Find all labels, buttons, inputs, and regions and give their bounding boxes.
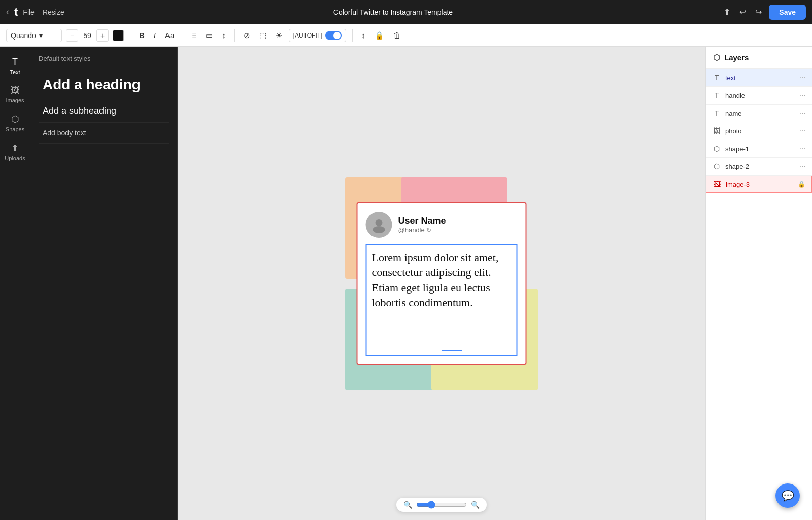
color-swatch[interactable] [113, 30, 124, 41]
layers-header: ⬡ Layers [706, 47, 812, 69]
undo-icon[interactable]: ↩ [737, 5, 748, 19]
layer-name-name: name [725, 110, 795, 117]
layer-more-handle[interactable]: ··· [799, 91, 806, 100]
layer-type-shape1-icon: ⬡ [712, 145, 721, 153]
chat-icon: 💬 [782, 490, 794, 502]
uploads-icon: ⬆ [11, 143, 19, 154]
zoom-bar: 🔍 🔍 [396, 498, 487, 512]
layer-more-shape2[interactable]: ··· [799, 162, 806, 171]
chat-bubble[interactable]: 💬 [775, 483, 800, 508]
font-size-increase[interactable]: + [96, 29, 109, 42]
back-button[interactable]: ‹ [6, 7, 9, 17]
autofit-label: [AUTOFIT] [293, 32, 323, 39]
sidebar-label-text: Text [10, 69, 20, 75]
text-cursor [442, 350, 462, 351]
font-size-control: − 59 + [66, 29, 109, 42]
text-icon: T [12, 57, 18, 67]
layer-name-photo: photo [725, 127, 795, 135]
layer-type-name-icon: T [712, 109, 721, 117]
avatar [366, 212, 392, 238]
toggle-thumb [333, 32, 341, 39]
layer-name-image3: image-3 [726, 181, 794, 188]
images-icon: 🖼 [11, 85, 20, 96]
lorem-text: Lorem ipsum dolor sit amet, consectetur … [372, 250, 512, 310]
resize-menu[interactable]: Resize [43, 8, 64, 16]
layer-more-photo[interactable]: ··· [799, 126, 806, 135]
layer-name-text: text [725, 74, 795, 82]
separator-3 [234, 29, 235, 42]
font-name: Quando [11, 31, 36, 40]
canvas-area[interactable]: User Name @handle ↻ Lorem ipsum dolor si… [178, 47, 705, 520]
sun-button[interactable]: ☀ [273, 29, 285, 42]
layer-name-handle: handle [725, 92, 795, 99]
logo: t [14, 6, 18, 19]
card: User Name @handle ↻ Lorem ipsum dolor si… [357, 202, 527, 365]
eraser-button[interactable]: ⊘ [241, 29, 253, 42]
redo-icon[interactable]: ↪ [753, 5, 764, 19]
sidebar-label-shapes: Shapes [6, 126, 24, 132]
sidebar-item-shapes[interactable]: ⬡ Shapes [2, 110, 28, 136]
lock-icon[interactable]: 🔒 [372, 29, 387, 42]
layer-more-name[interactable]: ··· [799, 109, 806, 118]
separator-2 [183, 29, 183, 42]
layer-item-shape2[interactable]: ⬡ shape-2 ··· [706, 158, 812, 176]
topbar: ‹ t File Resize Colorful Twitter to Inst… [0, 0, 812, 24]
italic-button[interactable]: I [151, 29, 158, 41]
sidebar-label-uploads: Uploads [5, 155, 25, 161]
zoom-out-icon[interactable]: 🔍 [403, 501, 412, 509]
text-box[interactable]: Lorem ipsum dolor sit amet, consectetur … [366, 244, 518, 356]
left-sidebar: T Text 🖼 Images ⬡ Shapes ⬆ Uploads [0, 47, 30, 520]
separator-4 [352, 29, 353, 42]
template-name: Colorful Twitter to Instagram Template [71, 8, 716, 16]
line-height-button[interactable]: ↕ [219, 29, 228, 41]
card-header: User Name @handle ↻ [366, 212, 518, 238]
selection-button[interactable]: ⬚ [257, 29, 269, 42]
sidebar-item-images[interactable]: 🖼 Images [2, 81, 28, 108]
uppercase-button[interactable]: Aa [162, 29, 177, 41]
resize-handle-icon[interactable]: ↕ [359, 29, 368, 41]
layers-panel: ⬡ Layers T text ··· T handle ··· T name … [705, 47, 812, 520]
rotate-icon: ↻ [426, 227, 431, 234]
upload-icon[interactable]: ⬆ [722, 5, 732, 19]
zoom-slider[interactable] [416, 501, 467, 509]
layer-item-image3[interactable]: 🖼 image-3 🔒 [706, 176, 812, 193]
save-button[interactable]: Save [769, 5, 806, 20]
user-handle: @handle ↻ [398, 226, 446, 234]
layer-more-text[interactable]: ··· [799, 73, 806, 82]
shapes-icon: ⬡ [11, 114, 19, 125]
font-selector[interactable]: Quando ▾ [6, 29, 62, 42]
sidebar-label-images: Images [6, 97, 24, 103]
topbar-left: ‹ t File Resize [6, 6, 64, 19]
lock-icon[interactable]: 🔒 [798, 181, 805, 188]
layer-item-handle[interactable]: T handle ··· [706, 87, 812, 105]
layer-type-handle-icon: T [712, 91, 721, 99]
sidebar-item-uploads[interactable]: ⬆ Uploads [2, 138, 28, 165]
add-subheading-item[interactable]: Add a subheading [39, 99, 169, 123]
layer-item-name[interactable]: T name ··· [706, 105, 812, 122]
sidebar-item-text[interactable]: T Text [2, 53, 28, 79]
layers-icon: ⬡ [713, 53, 720, 62]
layer-type-photo-icon: 🖼 [712, 127, 721, 135]
delete-icon[interactable]: 🗑 [391, 29, 403, 41]
layer-more-shape1[interactable]: ··· [799, 144, 806, 153]
svg-point-1 [373, 226, 385, 233]
layer-type-image3-icon: 🖼 [713, 180, 722, 188]
add-heading-item[interactable]: Add a heading [39, 71, 169, 99]
main-area: T Text 🖼 Images ⬡ Shapes ⬆ Uploads Defau… [0, 47, 812, 520]
text-box-button[interactable]: ▭ [203, 29, 215, 42]
topbar-menu: File Resize [23, 8, 64, 16]
layer-item-photo[interactable]: 🖼 photo ··· [706, 122, 812, 140]
add-body-text-item[interactable]: Add body text [39, 123, 169, 144]
template-canvas: User Name @handle ↻ Lorem ipsum dolor si… [345, 177, 538, 390]
file-menu[interactable]: File [23, 8, 35, 16]
zoom-in-icon[interactable]: 🔍 [471, 501, 480, 509]
autofit-toggle[interactable] [325, 31, 342, 40]
layer-type-shape2-icon: ⬡ [712, 162, 721, 170]
align-button[interactable]: ≡ [189, 29, 199, 41]
bold-button[interactable]: B [137, 29, 147, 41]
svg-point-0 [376, 219, 383, 226]
layer-item-shape1[interactable]: ⬡ shape-1 ··· [706, 140, 812, 158]
separator-1 [130, 29, 130, 42]
layer-item-text[interactable]: T text ··· [706, 69, 812, 87]
font-size-decrease[interactable]: − [66, 29, 78, 42]
